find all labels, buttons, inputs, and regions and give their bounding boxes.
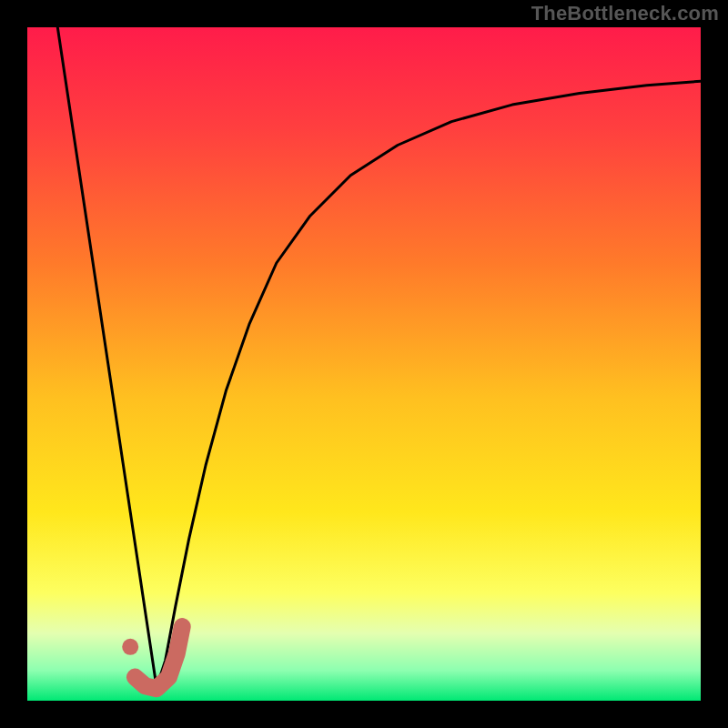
chart-frame: { "watermark": "TheBottleneck.com", "cha…	[0, 0, 728, 728]
plot-background	[27, 27, 701, 701]
j-dot	[122, 639, 138, 655]
bottleneck-chart	[0, 0, 728, 728]
watermark-text: TheBottleneck.com	[531, 2, 719, 25]
